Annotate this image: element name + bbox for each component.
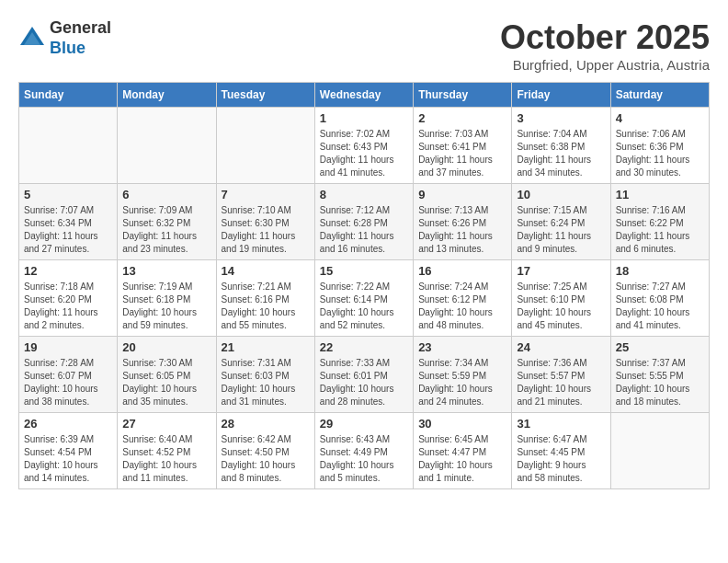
calendar-cell: 24Sunrise: 7:36 AM Sunset: 5:57 PM Dayli… <box>512 337 610 413</box>
calendar-cell: 26Sunrise: 6:39 AM Sunset: 4:54 PM Dayli… <box>19 413 118 489</box>
day-number: 23 <box>418 340 506 354</box>
calendar-cell: 20Sunrise: 7:30 AM Sunset: 6:05 PM Dayli… <box>118 337 216 413</box>
day-number: 24 <box>517 340 605 354</box>
day-number: 13 <box>122 264 210 278</box>
weekday-header-thursday: Thursday <box>414 83 512 108</box>
calendar-cell: 16Sunrise: 7:24 AM Sunset: 6:12 PM Dayli… <box>414 260 512 337</box>
day-number: 9 <box>418 188 506 201</box>
day-number: 10 <box>517 188 605 201</box>
calendar-week-5: 26Sunrise: 6:39 AM Sunset: 4:54 PM Dayli… <box>19 413 710 489</box>
day-info: Sunrise: 7:04 AM Sunset: 6:38 PM Dayligh… <box>517 128 605 179</box>
day-number: 12 <box>24 264 112 278</box>
day-number: 29 <box>320 417 408 431</box>
calendar-cell <box>19 108 118 184</box>
day-number: 21 <box>222 340 310 354</box>
calendar-cell: 11Sunrise: 7:16 AM Sunset: 6:22 PM Dayli… <box>610 184 709 260</box>
day-info: Sunrise: 7:16 AM Sunset: 6:22 PM Dayligh… <box>616 204 704 256</box>
calendar-cell: 12Sunrise: 7:18 AM Sunset: 6:20 PM Dayli… <box>19 260 118 337</box>
day-info: Sunrise: 7:31 AM Sunset: 6:03 PM Dayligh… <box>222 357 310 408</box>
logo: General Blue <box>18 18 111 58</box>
calendar-cell <box>610 413 709 489</box>
day-info: Sunrise: 7:30 AM Sunset: 6:05 PM Dayligh… <box>122 357 210 408</box>
day-info: Sunrise: 6:43 AM Sunset: 4:49 PM Dayligh… <box>320 433 408 485</box>
day-info: Sunrise: 7:34 AM Sunset: 5:59 PM Dayligh… <box>418 357 506 408</box>
calendar-cell: 15Sunrise: 7:22 AM Sunset: 6:14 PM Dayli… <box>314 260 413 337</box>
day-info: Sunrise: 7:28 AM Sunset: 6:07 PM Dayligh… <box>24 357 112 408</box>
day-info: Sunrise: 7:22 AM Sunset: 6:14 PM Dayligh… <box>320 281 408 332</box>
calendar-cell: 31Sunrise: 6:47 AM Sunset: 4:45 PM Dayli… <box>512 413 610 489</box>
calendar-cell: 27Sunrise: 6:40 AM Sunset: 4:52 PM Dayli… <box>118 413 216 489</box>
calendar-cell <box>216 108 314 184</box>
day-info: Sunrise: 7:07 AM Sunset: 6:34 PM Dayligh… <box>24 204 112 256</box>
month-title: October 2025 <box>500 18 710 57</box>
calendar-cell: 19Sunrise: 7:28 AM Sunset: 6:07 PM Dayli… <box>19 337 118 413</box>
day-number: 5 <box>24 188 112 201</box>
day-info: Sunrise: 6:47 AM Sunset: 4:45 PM Dayligh… <box>517 433 605 485</box>
day-info: Sunrise: 6:40 AM Sunset: 4:52 PM Dayligh… <box>122 433 210 485</box>
calendar-cell: 13Sunrise: 7:19 AM Sunset: 6:18 PM Dayli… <box>118 260 216 337</box>
weekday-header-tuesday: Tuesday <box>216 83 314 108</box>
day-info: Sunrise: 7:06 AM Sunset: 6:36 PM Dayligh… <box>616 128 704 179</box>
day-number: 4 <box>616 111 704 125</box>
title-block: October 2025 Burgfried, Upper Austria, A… <box>500 18 710 73</box>
calendar-week-3: 12Sunrise: 7:18 AM Sunset: 6:20 PM Dayli… <box>19 260 710 337</box>
calendar-cell: 25Sunrise: 7:37 AM Sunset: 5:55 PM Dayli… <box>610 337 709 413</box>
logo-icon <box>18 25 46 52</box>
weekday-header-friday: Friday <box>512 83 610 108</box>
day-info: Sunrise: 6:39 AM Sunset: 4:54 PM Dayligh… <box>24 433 112 485</box>
weekday-header-monday: Monday <box>118 83 216 108</box>
day-number: 6 <box>122 188 210 201</box>
day-info: Sunrise: 7:19 AM Sunset: 6:18 PM Dayligh… <box>122 281 210 332</box>
day-number: 18 <box>616 264 704 278</box>
day-number: 17 <box>517 264 605 278</box>
weekday-header-wednesday: Wednesday <box>314 83 413 108</box>
day-number: 22 <box>320 340 408 354</box>
calendar-cell: 5Sunrise: 7:07 AM Sunset: 6:34 PM Daylig… <box>19 184 118 260</box>
day-info: Sunrise: 7:10 AM Sunset: 6:30 PM Dayligh… <box>222 204 310 256</box>
calendar-cell: 21Sunrise: 7:31 AM Sunset: 6:03 PM Dayli… <box>216 337 314 413</box>
day-number: 26 <box>24 417 112 431</box>
day-info: Sunrise: 7:24 AM Sunset: 6:12 PM Dayligh… <box>418 281 506 332</box>
day-number: 8 <box>320 188 408 201</box>
page-header: General Blue October 2025 Burgfried, Upp… <box>18 18 710 73</box>
day-number: 25 <box>616 340 704 354</box>
day-number: 19 <box>24 340 112 354</box>
day-info: Sunrise: 7:02 AM Sunset: 6:43 PM Dayligh… <box>320 128 408 179</box>
day-info: Sunrise: 7:15 AM Sunset: 6:24 PM Dayligh… <box>517 204 605 256</box>
calendar-cell: 4Sunrise: 7:06 AM Sunset: 6:36 PM Daylig… <box>610 108 709 184</box>
day-info: Sunrise: 6:45 AM Sunset: 4:47 PM Dayligh… <box>418 433 506 485</box>
day-info: Sunrise: 7:03 AM Sunset: 6:41 PM Dayligh… <box>418 128 506 179</box>
day-number: 14 <box>222 264 310 278</box>
calendar-cell <box>118 108 216 184</box>
calendar-cell: 14Sunrise: 7:21 AM Sunset: 6:16 PM Dayli… <box>216 260 314 337</box>
logo-blue-text: Blue <box>50 39 85 57</box>
day-info: Sunrise: 7:37 AM Sunset: 5:55 PM Dayligh… <box>616 357 704 408</box>
day-number: 1 <box>320 111 408 125</box>
weekday-header-row: SundayMondayTuesdayWednesdayThursdayFrid… <box>19 83 710 108</box>
day-number: 2 <box>418 111 506 125</box>
day-number: 20 <box>122 340 210 354</box>
calendar-cell: 17Sunrise: 7:25 AM Sunset: 6:10 PM Dayli… <box>512 260 610 337</box>
day-number: 15 <box>320 264 408 278</box>
calendar-week-4: 19Sunrise: 7:28 AM Sunset: 6:07 PM Dayli… <box>19 337 710 413</box>
day-number: 16 <box>418 264 506 278</box>
day-number: 31 <box>517 417 605 431</box>
day-info: Sunrise: 6:42 AM Sunset: 4:50 PM Dayligh… <box>222 433 310 485</box>
weekday-header-sunday: Sunday <box>19 83 118 108</box>
calendar-cell: 1Sunrise: 7:02 AM Sunset: 6:43 PM Daylig… <box>314 108 413 184</box>
calendar-week-2: 5Sunrise: 7:07 AM Sunset: 6:34 PM Daylig… <box>19 184 710 260</box>
day-number: 30 <box>418 417 506 431</box>
day-info: Sunrise: 7:27 AM Sunset: 6:08 PM Dayligh… <box>616 281 704 332</box>
day-info: Sunrise: 7:36 AM Sunset: 5:57 PM Dayligh… <box>517 357 605 408</box>
weekday-header-saturday: Saturday <box>610 83 709 108</box>
day-number: 7 <box>222 188 310 201</box>
day-number: 3 <box>517 111 605 125</box>
day-number: 28 <box>222 417 310 431</box>
calendar-cell: 23Sunrise: 7:34 AM Sunset: 5:59 PM Dayli… <box>414 337 512 413</box>
calendar-cell: 22Sunrise: 7:33 AM Sunset: 6:01 PM Dayli… <box>314 337 413 413</box>
day-number: 11 <box>616 188 704 201</box>
calendar-cell: 9Sunrise: 7:13 AM Sunset: 6:26 PM Daylig… <box>414 184 512 260</box>
day-info: Sunrise: 7:18 AM Sunset: 6:20 PM Dayligh… <box>24 281 112 332</box>
day-number: 27 <box>122 417 210 431</box>
location: Burgfried, Upper Austria, Austria <box>500 57 710 73</box>
